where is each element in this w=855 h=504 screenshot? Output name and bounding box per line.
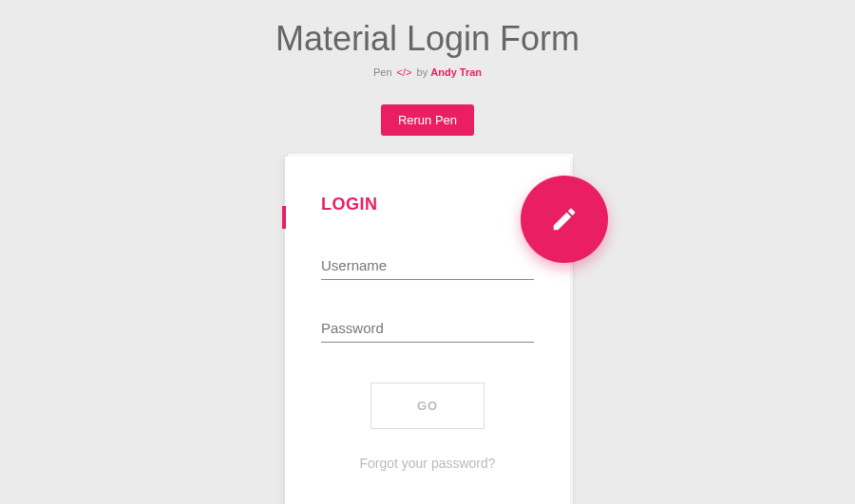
accent-bar <box>282 206 286 229</box>
edit-fab-button[interactable] <box>521 176 608 263</box>
pencil-icon <box>550 205 579 233</box>
author-link[interactable]: Andy Tran <box>430 66 482 78</box>
rerun-pen-button[interactable]: Rerun Pen <box>381 104 474 136</box>
subtitle-prefix: Pen <box>373 66 392 78</box>
go-button[interactable]: GO <box>370 383 484 429</box>
subtitle-by: by <box>417 66 428 78</box>
subtitle: Pen </> by Andy Tran <box>0 66 855 78</box>
card-title: LOGIN <box>321 195 534 215</box>
heart-icon: </> <box>397 66 412 78</box>
login-card: LOGIN Username Password GO Forgot your p… <box>285 157 570 504</box>
username-field: Username <box>321 257 534 280</box>
password-field: Password <box>321 320 534 343</box>
password-input[interactable]: Password <box>321 320 534 343</box>
page-title: Material Login Form <box>0 0 855 59</box>
forgot-password-link[interactable]: Forgot your password? <box>321 456 534 471</box>
username-input[interactable]: Username <box>321 257 534 280</box>
